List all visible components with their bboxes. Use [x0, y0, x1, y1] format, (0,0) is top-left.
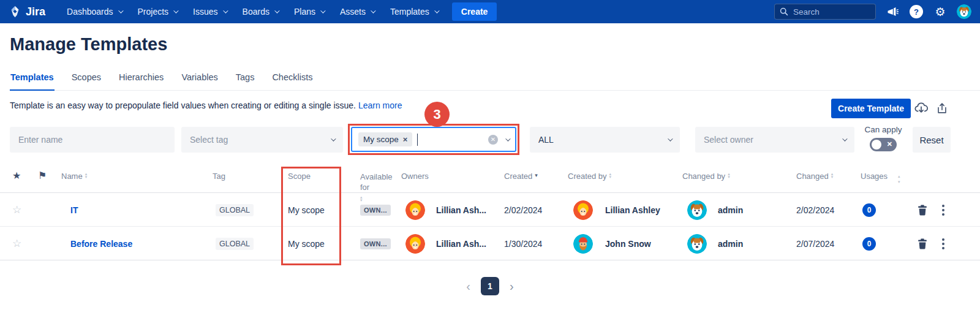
name-filter-input[interactable] [18, 135, 166, 145]
scope-filter-select[interactable]: My scope × ✕ [351, 127, 516, 152]
chevron-down-icon [371, 8, 375, 13]
template-name-link[interactable]: IT [70, 193, 78, 227]
sort-icon: ▴▾ [85, 173, 88, 181]
tab-templates[interactable]: Templates [10, 71, 55, 91]
usages-badge: 0 [862, 237, 876, 251]
created-by-avatar[interactable] [573, 193, 593, 227]
current-page-button[interactable]: 1 [481, 277, 499, 295]
star-column-icon[interactable]: ★ [12, 170, 21, 181]
announcements-icon[interactable] [885, 4, 900, 19]
john-snow-avatar-icon [573, 234, 593, 254]
chevron-down-icon[interactable] [505, 136, 510, 141]
lillian-avatar-icon [573, 200, 593, 220]
annotation-step-badge: 3 [424, 102, 450, 127]
column-header-tag[interactable]: Tag [213, 172, 225, 181]
tab-tags[interactable]: Tags [235, 71, 255, 90]
table-row: ☆ Before Release GLOBAL My scope OWN... … [0, 227, 980, 260]
import-cloud-icon[interactable] [914, 101, 929, 116]
type-filter-select[interactable]: ALL [530, 127, 680, 153]
changed-by-avatar[interactable] [687, 193, 707, 227]
name-filter-field[interactable] [10, 127, 175, 153]
owner-avatar[interactable] [405, 193, 425, 227]
search-icon [780, 7, 788, 16]
learn-more-link[interactable]: Learn more [358, 100, 402, 110]
tag-filter-select[interactable]: Select tag [181, 127, 343, 153]
available-for-cell: OWN... [360, 227, 391, 260]
column-header-owners[interactable]: Owners [401, 172, 429, 181]
created-by-link[interactable]: John Snow [605, 227, 651, 260]
previous-page-icon[interactable]: ‹ [466, 277, 470, 295]
usages-sort-icon[interactable]: ▴▾ [898, 175, 900, 183]
changed-by-avatar[interactable] [687, 227, 707, 260]
help-icon[interactable]: ? [909, 4, 924, 19]
create-button[interactable]: Create [452, 2, 497, 21]
settings-gear-icon[interactable]: ⚙ [933, 4, 948, 19]
column-label: Available for [360, 172, 398, 192]
gear-glyph: ⚙ [935, 5, 945, 18]
column-header-changed[interactable]: Changed ▴▾ [796, 172, 833, 181]
created-cell: 1/30/2024 [504, 227, 542, 260]
jira-logo[interactable]: Jira [9, 5, 45, 18]
nav-item-templates[interactable]: Templates [390, 7, 438, 17]
can-apply-toggle[interactable]: ✕ [870, 138, 897, 151]
navbar-right: ? ⚙ [774, 4, 971, 20]
favorite-star-icon[interactable]: ☆ [12, 193, 21, 227]
chevron-down-icon [668, 136, 673, 141]
changed-by-link[interactable]: admin [718, 227, 743, 260]
table-row: ☆ IT GLOBAL My scope OWN... Lillian Ash.… [0, 193, 980, 227]
owner-avatar[interactable] [405, 227, 425, 260]
tab-hierarchies[interactable]: Hierarchies [118, 71, 164, 90]
nav-item-plans[interactable]: Plans [294, 7, 324, 17]
scope-cell: My scope [288, 193, 325, 227]
favorite-star-icon[interactable]: ☆ [12, 227, 21, 260]
nav-label: Issues [193, 7, 217, 17]
nav-item-issues[interactable]: Issues [193, 7, 226, 17]
changed-by-link[interactable]: admin [718, 193, 743, 227]
clear-all-icon[interactable]: ✕ [488, 135, 498, 145]
text-cursor [417, 134, 418, 146]
column-label: Changed [796, 172, 829, 181]
reset-button[interactable]: Reset [913, 127, 951, 153]
nav-item-assets[interactable]: Assets [340, 7, 374, 17]
global-search[interactable] [774, 4, 876, 20]
tab-variables[interactable]: Variables [181, 71, 218, 90]
row-actions-kebab-icon[interactable] [940, 227, 947, 260]
create-template-button[interactable]: Create Template [831, 99, 911, 118]
nav-item-dashboards[interactable]: Dashboards [67, 7, 122, 17]
column-header-name[interactable]: Name ▴▾ [61, 172, 87, 181]
flag-column-icon[interactable]: ⚑ [38, 170, 47, 181]
column-header-changed-by[interactable]: Changed by ▴▾ [682, 172, 730, 181]
chip-remove-icon[interactable]: × [403, 135, 408, 144]
tab-scopes[interactable]: Scopes [71, 71, 102, 90]
dog-avatar-icon [687, 234, 707, 254]
tab-checklists[interactable]: Checklists [271, 71, 313, 90]
column-label: Created by [568, 172, 607, 181]
available-for-cell: OWN... [360, 193, 391, 227]
column-label: Scope [288, 172, 311, 181]
column-header-scope[interactable]: Scope [288, 172, 311, 181]
owner-filter-select[interactable]: Select owner [695, 127, 854, 153]
column-header-usages[interactable]: Usages [861, 172, 888, 181]
owner-filter-placeholder: Select owner [704, 135, 753, 145]
lillian-avatar-icon [405, 234, 425, 254]
owner-link[interactable]: Lillian Ash... [436, 193, 486, 227]
nav-item-projects[interactable]: Projects [138, 7, 178, 17]
owner-link[interactable]: Lillian Ash... [436, 227, 486, 260]
created-by-avatar[interactable] [573, 227, 593, 260]
column-header-created-by[interactable]: Created by ▴▾ [568, 172, 611, 181]
nav-item-boards[interactable]: Boards [243, 7, 278, 17]
column-label: Usages [861, 172, 888, 181]
created-by-link[interactable]: Lillian Ashley [605, 193, 660, 227]
column-header-created[interactable]: Created ▾ [504, 172, 538, 181]
search-input[interactable] [793, 7, 861, 17]
changed-cell: 2/02/2024 [796, 193, 834, 227]
delete-trash-icon[interactable] [918, 227, 927, 260]
row-actions-kebab-icon[interactable] [940, 193, 947, 227]
delete-trash-icon[interactable] [918, 193, 927, 227]
template-name-link[interactable]: Before Release [70, 227, 132, 260]
next-page-icon[interactable]: › [510, 277, 514, 295]
nav-label: Templates [390, 7, 429, 17]
user-avatar[interactable] [957, 4, 971, 19]
export-share-icon[interactable] [935, 101, 950, 116]
description-text: Template is an easy way to prepopulate f… [10, 100, 356, 110]
